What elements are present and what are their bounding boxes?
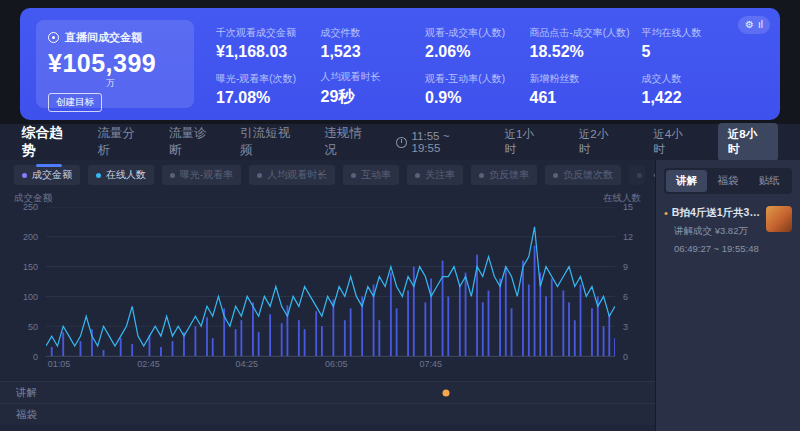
- trend-plot[interactable]: [46, 207, 615, 357]
- chip-dot: [415, 173, 420, 178]
- stats-icon[interactable]: ıl: [758, 18, 763, 32]
- banner-actions: ⚙ ıl: [738, 16, 770, 34]
- clock-icon: [396, 137, 407, 148]
- chip-label: 在线人数: [106, 168, 146, 182]
- gmv-primary-card: 直播间成交金额 ¥105,399 万 创建目标: [36, 20, 194, 108]
- metric-value: 1,523: [321, 43, 414, 61]
- chip-dot: [479, 173, 484, 178]
- metric-label: 千次观看成交金额: [216, 26, 309, 40]
- live-analytics-dashboard: 直播间成交金额 ¥105,399 万 创建目标 千次观看成交金额 ¥1,168.…: [0, 0, 800, 431]
- chip-label: 互动率: [361, 168, 391, 182]
- marker-row-track[interactable]: [46, 382, 615, 403]
- kpi-metrics-grid: 千次观看成交金额 ¥1,168.03 成交件数 1,523 观看-成交率(人数)…: [212, 20, 764, 108]
- metric-exposure-view-rate: 曝光-观看率(次数) 17.08%: [216, 70, 309, 108]
- legend-chip[interactable]: 成交金额: [14, 165, 80, 185]
- metric-view-interaction-rate: 观看-互动率(人数) 0.9%: [425, 70, 518, 108]
- range-4h-button[interactable]: 近4小时: [643, 123, 703, 161]
- side-tab-luckybag[interactable]: 福袋: [707, 170, 748, 192]
- promo-left: • B拍4斤送1斤共35-4... 讲解成交 ¥3.82万 06:49:27 ~…: [664, 206, 760, 254]
- metric-gmv-per-1k-views: 千次观看成交金额 ¥1,168.03: [216, 24, 309, 62]
- range-2h-button[interactable]: 近2小时: [569, 123, 629, 161]
- tab-short-video[interactable]: 引流短视频: [240, 119, 302, 165]
- metric-buyers: 成交人数 1,422: [642, 70, 735, 108]
- chip-dot: [351, 173, 356, 178]
- kpi-banner: 直播间成交金额 ¥105,399 万 创建目标 千次观看成交金额 ¥1,168.…: [20, 8, 780, 120]
- metric-label: 曝光-观看率(次数): [216, 72, 309, 86]
- chip-dot: [637, 173, 642, 178]
- metric-new-followers: 新增粉丝数 461: [530, 70, 630, 108]
- tab-violations[interactable]: 违规情况: [324, 119, 373, 165]
- chip-dot: [553, 173, 558, 178]
- legend-chip[interactable]: 互动率: [343, 165, 399, 185]
- chip-label: 曝光-观看率: [180, 168, 233, 182]
- chip-dot: [170, 173, 175, 178]
- banner-zone: 直播间成交金额 ¥105,399 万 创建目标 千次观看成交金额 ¥1,168.…: [0, 0, 800, 124]
- promo-bullet: •: [664, 208, 668, 218]
- x-axis: 01:0502:4504:2506:0507:45: [46, 357, 615, 371]
- marker-rows: 讲解 福袋: [0, 381, 655, 425]
- gmv-value: ¥105,399: [48, 49, 182, 78]
- marker-row-label: 福袋: [0, 408, 37, 422]
- metric-value: 0.9%: [425, 89, 518, 107]
- tab-traffic-diagnosis[interactable]: 流量诊断: [169, 119, 218, 165]
- main-tabs: 综合趋势 流量分析 流量诊断 引流短视频 违规情况: [22, 118, 374, 166]
- marker-row-label: 讲解: [0, 386, 37, 400]
- gmv-card-title: 直播间成交金额: [65, 30, 142, 45]
- chip-label: 成交金额: [32, 168, 72, 182]
- gmv-unit: 万: [106, 77, 182, 90]
- legend-chip[interactable]: 关注率: [407, 165, 463, 185]
- metric-avg-watch-duration: 人均观看时长 29秒: [321, 70, 414, 108]
- legend-chip[interactable]: 负反馈率: [471, 165, 537, 185]
- chip-label: 人均观看时长: [267, 168, 327, 182]
- metric-value: 18.52%: [530, 43, 630, 61]
- left-axis-ticks: 050100150200250: [12, 207, 46, 357]
- marker-row-track[interactable]: [46, 404, 615, 425]
- chip-dot: [22, 173, 27, 178]
- section-header: 综合趋势 流量分析 流量诊断 引流短视频 违规情况 11:55 ~ 19:55 …: [0, 124, 800, 160]
- gear-icon[interactable]: ⚙: [745, 18, 754, 32]
- chip-dot: [257, 173, 262, 178]
- product-thumbnail: [766, 206, 792, 232]
- legend-chip[interactable]: 人均观看时长: [249, 165, 335, 185]
- range-8h-button[interactable]: 近8小时: [718, 123, 778, 161]
- metric-chips-row: 成交金额 在线人数 曝光-观看率 人均观看时长 互动率 关注率 负反馈率 负反馈…: [0, 162, 655, 188]
- side-tab-explain[interactable]: 讲解: [666, 170, 707, 192]
- plot-grid: 050100150200250 03691215 01:0502:4504:25…: [12, 207, 643, 371]
- marker-row-luckybag: 福袋: [0, 403, 655, 425]
- metric-label: 商品点击-成交率(人数): [530, 26, 630, 40]
- time-range: 11:55 ~ 19:55: [396, 130, 481, 154]
- marker-row-explain: 讲解: [0, 381, 655, 403]
- right-axis-ticks: 03691215: [615, 207, 643, 357]
- metric-label: 新增粉丝数: [530, 72, 630, 86]
- range-1h-button[interactable]: 近1小时: [494, 123, 554, 161]
- promo-gmv: 讲解成交 ¥3.82万: [664, 225, 760, 238]
- create-goal-button[interactable]: 创建目标: [48, 93, 102, 112]
- tab-traffic-analysis[interactable]: 流量分析: [97, 119, 146, 165]
- legend-chip[interactable]: 在线人数: [88, 165, 154, 185]
- side-panel: 讲解 福袋 贴纸 • B拍4斤送1斤共35-4... 讲解成交 ¥3.82万 0…: [655, 160, 800, 431]
- main-zone: 综合趋势 流量分析 流量诊断 引流短视频 违规情况 11:55 ~ 19:55 …: [0, 124, 800, 431]
- metric-value: 1,422: [642, 89, 735, 107]
- metric-value: 461: [530, 89, 630, 107]
- legend-chip[interactable]: 曝光-观看率: [162, 165, 241, 185]
- side-tab-sticker[interactable]: 贴纸: [749, 170, 790, 192]
- metric-label: 观看-互动率(人数): [425, 72, 518, 86]
- metric-value: 29秒: [321, 87, 414, 108]
- chip-label: 负反馈次数: [563, 168, 613, 182]
- metric-value: 2.06%: [425, 43, 518, 61]
- tab-overall-trend[interactable]: 综合趋势: [22, 118, 75, 166]
- time-controls: 11:55 ~ 19:55 近1小时 近2小时 近4小时 近8小时: [396, 123, 778, 161]
- metric-label: 成交人数: [642, 72, 735, 86]
- chart-wrap: 成交金额 在线人数 050100150200250 03691215 01:05…: [0, 188, 655, 371]
- trend-chart-panel: 成交金额 在线人数 曝光-观看率 人均观看时长 互动率 关注率 负反馈率 负反馈…: [0, 160, 655, 431]
- metric-label: 人均观看时长: [321, 70, 414, 84]
- metric-avg-online-users: 平均在线人数 5: [642, 24, 735, 62]
- side-tabs: 讲解 福袋 贴纸: [664, 168, 792, 194]
- legend-chip[interactable]: 千次观看成交金额: [629, 165, 645, 185]
- explain-list-item[interactable]: • B拍4斤送1斤共35-4... 讲解成交 ¥3.82万 06:49:27 ~…: [664, 206, 792, 254]
- legend-chip[interactable]: 负反馈次数: [545, 165, 621, 185]
- trend-plot-svg: [46, 207, 615, 356]
- time-range-text: 11:55 ~ 19:55: [412, 130, 481, 154]
- promo-time-range: 06:49:27 ~ 19:55:48: [664, 243, 760, 254]
- metric-value: 5: [642, 43, 735, 61]
